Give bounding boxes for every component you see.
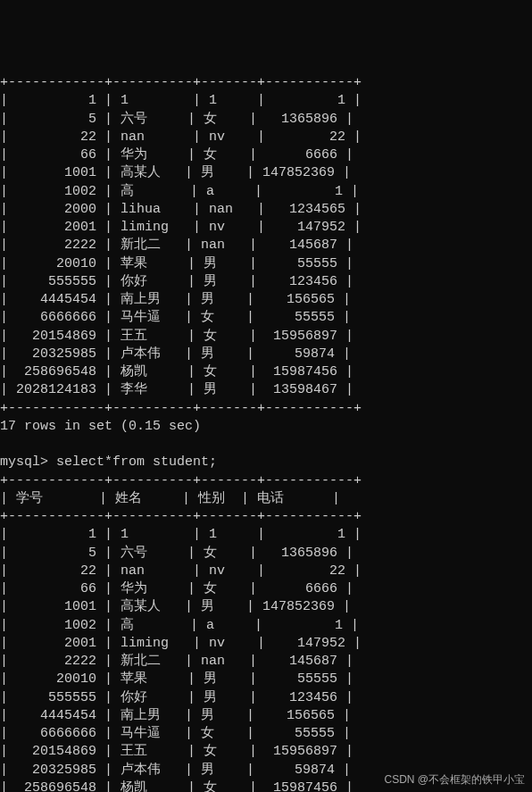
table1-summary: 17 rows in set (0.15 sec) [0, 419, 201, 434]
sql-command: select*from student; [56, 454, 217, 470]
table2-border-top: +------------+----------+-------+-------… [0, 473, 362, 488]
table1-border-top: +------------+----------+-------+-------… [0, 75, 362, 90]
terminal-output[interactable]: +------------+----------+-------+-------… [0, 72, 532, 792]
table2-border-mid: +------------+----------+-------+-------… [0, 509, 362, 524]
table1-border-bottom: +------------+----------+-------+-------… [0, 401, 362, 416]
mysql-prompt: mysql> [0, 454, 56, 470]
table2-rows: | 1 | 1 | 1 | 1 | | 5 | 六号 | 女 | 1365896… [0, 527, 362, 792]
table1-rows: | 1 | 1 | 1 | 1 | | 5 | 六号 | 女 | 1365896… [0, 93, 362, 397]
watermark: CSDN @不会框架的铁甲小宝 [384, 772, 525, 787]
table2-header: | 学号 | 姓名 | 性别 | 电话 | [0, 491, 340, 506]
